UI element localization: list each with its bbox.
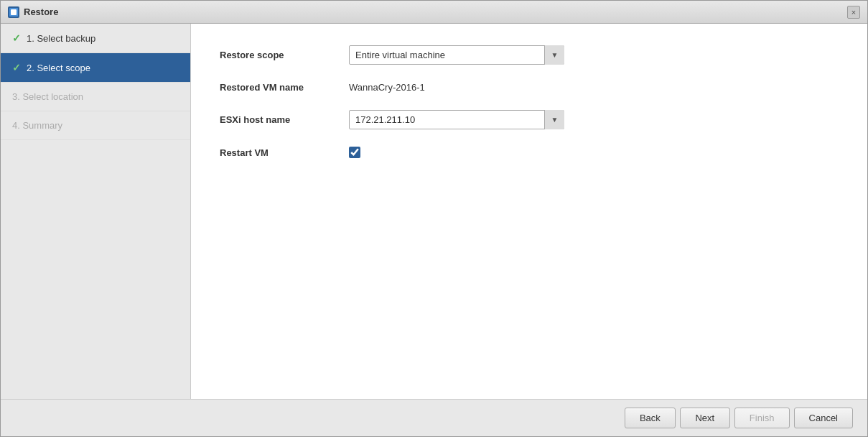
dialog-footer: Back Next Finish Cancel bbox=[1, 399, 867, 436]
sidebar-label-3: 3. Select location bbox=[12, 91, 83, 102]
title-bar: Restore × bbox=[1, 1, 867, 24]
esxi-host-select[interactable]: 172.21.211.10 bbox=[349, 110, 564, 129]
svg-rect-2 bbox=[11, 9, 17, 15]
restore-scope-select-wrapper: Entire virtual machine ▼ bbox=[349, 45, 564, 65]
title-bar-left: Restore bbox=[8, 6, 58, 18]
sidebar-item-select-location: 3. Select location bbox=[1, 83, 190, 111]
restart-vm-label: Restart VM bbox=[220, 147, 349, 158]
dialog-body: ✓ 1. Select backup ✓ 2. Select scope 3. … bbox=[1, 24, 867, 399]
restored-vm-name-value: WannaCry-2016-1 bbox=[349, 82, 425, 93]
check-icon-2: ✓ bbox=[12, 62, 21, 73]
restored-vm-name-row: Restored VM name WannaCry-2016-1 bbox=[220, 82, 839, 93]
dialog-title: Restore bbox=[24, 6, 58, 17]
app-icon bbox=[8, 6, 19, 18]
esxi-host-select-wrapper: 172.21.211.10 ▼ bbox=[349, 110, 564, 129]
sidebar-item-select-scope[interactable]: ✓ 2. Select scope bbox=[1, 53, 190, 83]
restore-dialog: Restore × ✓ 1. Select backup ✓ 2. Select… bbox=[0, 0, 868, 437]
sidebar-item-summary: 4. Summary bbox=[1, 111, 190, 140]
sidebar-label-4: 4. Summary bbox=[12, 120, 62, 131]
restore-scope-select[interactable]: Entire virtual machine bbox=[349, 45, 564, 65]
main-content: Restore scope Entire virtual machine ▼ R… bbox=[191, 24, 867, 399]
check-icon-1: ✓ bbox=[12, 32, 21, 44]
next-button[interactable]: Next bbox=[680, 408, 730, 428]
back-button[interactable]: Back bbox=[625, 408, 676, 428]
sidebar-item-select-backup[interactable]: ✓ 1. Select backup bbox=[1, 24, 190, 53]
esxi-host-label: ESXi host name bbox=[220, 114, 349, 125]
restart-vm-row: Restart VM bbox=[220, 147, 839, 158]
restart-vm-checkbox-wrapper bbox=[349, 147, 360, 158]
esxi-host-row: ESXi host name 172.21.211.10 ▼ bbox=[220, 110, 839, 129]
close-button[interactable]: × bbox=[847, 6, 860, 19]
sidebar: ✓ 1. Select backup ✓ 2. Select scope 3. … bbox=[1, 24, 191, 399]
restore-scope-label: Restore scope bbox=[220, 50, 349, 60]
restore-scope-row: Restore scope Entire virtual machine ▼ bbox=[220, 45, 839, 65]
cancel-button[interactable]: Cancel bbox=[794, 408, 853, 428]
sidebar-label-2: 2. Select scope bbox=[27, 63, 90, 73]
restored-vm-name-label: Restored VM name bbox=[220, 82, 349, 93]
finish-button[interactable]: Finish bbox=[734, 408, 790, 428]
restart-vm-checkbox[interactable] bbox=[349, 147, 360, 158]
sidebar-label-1: 1. Select backup bbox=[27, 33, 95, 44]
